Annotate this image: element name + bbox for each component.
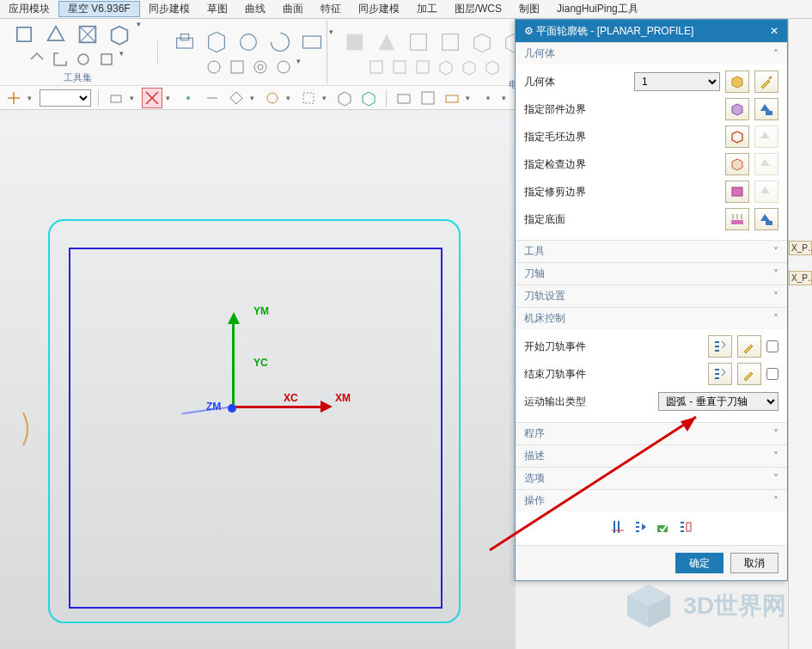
end-event-list-button[interactable] bbox=[708, 363, 732, 385]
tool-icon[interactable] bbox=[226, 88, 247, 108]
menu-item[interactable]: 同步建模 bbox=[350, 2, 408, 16]
tool-icon[interactable] bbox=[106, 88, 126, 108]
tool-icon[interactable] bbox=[73, 20, 102, 49]
tool-icon-highlight[interactable] bbox=[142, 88, 162, 108]
chevron-down-icon[interactable]: ▾ bbox=[322, 94, 331, 102]
tool-icon[interactable] bbox=[482, 57, 503, 77]
menu-item[interactable]: 应用模块 bbox=[0, 2, 58, 16]
menu-item[interactable]: 曲线 bbox=[236, 2, 274, 16]
tool-icon[interactable] bbox=[227, 57, 247, 77]
replay-button[interactable] bbox=[632, 518, 649, 538]
tool-icon[interactable] bbox=[340, 28, 369, 57]
tool-icon[interactable] bbox=[372, 28, 401, 57]
tool-icon[interactable] bbox=[478, 88, 498, 108]
chevron-down-icon[interactable]: ▾ bbox=[119, 49, 128, 70]
section-axis[interactable]: 刀轴˅ bbox=[516, 262, 787, 285]
tool-icon[interactable] bbox=[73, 49, 94, 70]
section-machine-control[interactable]: 机床控制˄ bbox=[516, 307, 787, 329]
geometry-select[interactable]: 1 bbox=[634, 72, 720, 91]
part-boundary-button[interactable] bbox=[725, 98, 749, 120]
close-icon[interactable]: ✕ bbox=[766, 25, 782, 37]
chevron-down-icon[interactable]: ▾ bbox=[250, 94, 259, 102]
toolbar-combo[interactable] bbox=[40, 89, 91, 107]
menu-item[interactable]: 加工 bbox=[408, 2, 446, 16]
motion-type-select[interactable]: 圆弧 - 垂直于刀轴 bbox=[658, 392, 778, 411]
section-actions[interactable]: 操作˄ bbox=[516, 489, 787, 511]
start-event-edit-button[interactable] bbox=[737, 335, 761, 358]
chevron-down-icon[interactable]: ▾ bbox=[137, 20, 145, 49]
cancel-button[interactable]: 取消 bbox=[730, 553, 778, 573]
end-event-checkbox[interactable] bbox=[766, 368, 778, 380]
tool-icon[interactable] bbox=[202, 88, 223, 108]
chevron-down-icon[interactable]: ▾ bbox=[286, 94, 295, 102]
tool-icon[interactable] bbox=[202, 28, 231, 57]
tool-icon[interactable] bbox=[234, 28, 263, 57]
chevron-down-icon[interactable]: ▾ bbox=[27, 94, 36, 102]
floor-button[interactable] bbox=[725, 208, 749, 230]
tool-icon[interactable] bbox=[436, 57, 456, 77]
menu-item[interactable]: 曲面 bbox=[274, 2, 312, 16]
tool-icon[interactable] bbox=[297, 28, 327, 57]
section-program[interactable]: 程序˅ bbox=[516, 422, 787, 444]
blank-boundary-button[interactable] bbox=[725, 126, 749, 148]
trim-boundary-button[interactable] bbox=[725, 181, 749, 203]
section-geometry[interactable]: 几何体˄ bbox=[516, 42, 787, 64]
tool-icon[interactable] bbox=[334, 88, 355, 108]
sidebar-tag[interactable]: X_P… bbox=[789, 271, 812, 285]
tool-icon[interactable] bbox=[404, 28, 433, 57]
tool-icon[interactable] bbox=[273, 57, 294, 77]
tool-icon[interactable] bbox=[96, 49, 117, 70]
menu-item[interactable]: 图层/WCS bbox=[446, 2, 510, 16]
tool-icon[interactable] bbox=[389, 57, 410, 77]
menu-item[interactable]: 制图 bbox=[510, 2, 548, 16]
viewport-3d[interactable]: YM YC XC XM ZM bbox=[0, 120, 516, 649]
menu-item[interactable]: 草图 bbox=[198, 2, 236, 16]
chevron-down-icon[interactable]: ▾ bbox=[296, 57, 305, 77]
tool-icon[interactable] bbox=[467, 28, 497, 57]
section-tool[interactable]: 工具˅ bbox=[516, 240, 787, 262]
tool-icon[interactable] bbox=[27, 49, 47, 70]
menu-item[interactable]: 同步建模 bbox=[140, 2, 198, 16]
tool-icon[interactable] bbox=[170, 28, 199, 57]
check-boundary-button[interactable] bbox=[725, 153, 749, 175]
tool-icon[interactable] bbox=[298, 88, 319, 108]
section-options[interactable]: 选项˅ bbox=[516, 467, 787, 489]
ok-button[interactable]: 确定 bbox=[675, 553, 723, 573]
tool-icon[interactable] bbox=[394, 88, 414, 108]
edit-geometry-button[interactable] bbox=[754, 70, 778, 93]
menu-item-active[interactable]: 星空 V6.936F bbox=[58, 1, 140, 17]
tool-icon[interactable] bbox=[3, 88, 24, 108]
chevron-down-icon[interactable]: ▾ bbox=[502, 94, 510, 102]
menu-item[interactable]: JiangHuiPing工具 bbox=[548, 2, 647, 16]
tool-icon[interactable] bbox=[250, 57, 271, 77]
tool-icon[interactable] bbox=[418, 88, 438, 108]
section-description[interactable]: 描述˅ bbox=[516, 444, 787, 467]
chevron-down-icon[interactable]: ▾ bbox=[130, 94, 138, 102]
display-button[interactable] bbox=[754, 208, 778, 230]
start-event-checkbox[interactable] bbox=[766, 340, 778, 352]
end-event-edit-button[interactable] bbox=[737, 363, 761, 385]
list-button[interactable] bbox=[676, 518, 693, 538]
generate-button[interactable] bbox=[609, 518, 626, 538]
select-geometry-button[interactable] bbox=[725, 70, 749, 93]
tool-icon[interactable] bbox=[41, 20, 70, 49]
tool-icon[interactable] bbox=[178, 88, 198, 108]
tool-icon[interactable] bbox=[50, 49, 70, 70]
chevron-down-icon[interactable]: ▾ bbox=[166, 94, 174, 102]
tool-icon[interactable] bbox=[9, 20, 39, 49]
tool-icon[interactable] bbox=[412, 57, 433, 77]
start-event-list-button[interactable] bbox=[708, 335, 732, 358]
tool-icon[interactable] bbox=[266, 28, 295, 57]
tool-icon[interactable] bbox=[442, 88, 462, 108]
tool-icon[interactable] bbox=[366, 57, 387, 77]
tool-icon[interactable] bbox=[105, 20, 134, 49]
tool-icon[interactable] bbox=[204, 57, 224, 77]
tool-icon[interactable] bbox=[358, 88, 379, 108]
tool-icon[interactable] bbox=[436, 28, 465, 57]
tool-icon[interactable] bbox=[262, 88, 283, 108]
verify-button[interactable] bbox=[654, 518, 671, 538]
display-button[interactable] bbox=[754, 98, 778, 120]
tool-icon[interactable] bbox=[459, 57, 479, 77]
menu-item[interactable]: 特征 bbox=[312, 2, 350, 16]
section-path[interactable]: 刀轨设置˅ bbox=[516, 285, 787, 307]
